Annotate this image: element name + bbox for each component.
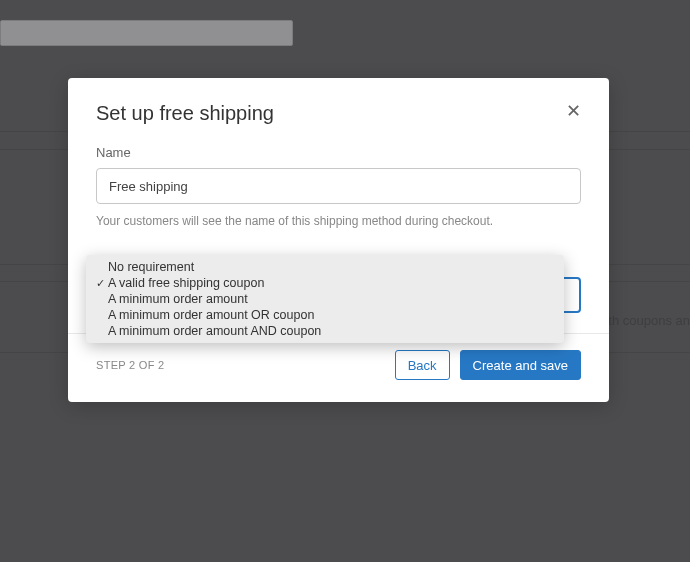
dropdown-option-label: No requirement: [108, 260, 194, 274]
modal-footer: STEP 2 OF 2 Back Create and save: [68, 333, 609, 402]
dropdown-option-label: A valid free shipping coupon: [108, 276, 264, 290]
dropdown-option-label: A minimum order amount AND coupon: [108, 324, 321, 338]
dropdown-option[interactable]: ✓A valid free shipping coupon: [86, 275, 564, 291]
free-shipping-modal: Set up free shipping ✕ Name Your custome…: [68, 78, 609, 402]
dropdown-option[interactable]: No requirement: [86, 259, 564, 275]
dropdown-option[interactable]: A minimum order amount OR coupon: [86, 307, 564, 323]
back-button[interactable]: Back: [395, 350, 450, 380]
modal-title: Set up free shipping: [96, 102, 274, 125]
check-icon: ✓: [92, 277, 108, 290]
dropdown-option-label: A minimum order amount: [108, 292, 248, 306]
dropdown-option-label: A minimum order amount OR coupon: [108, 308, 314, 322]
create-and-save-button[interactable]: Create and save: [460, 350, 581, 380]
footer-buttons: Back Create and save: [395, 350, 581, 380]
dropdown-option[interactable]: A minimum order amount AND coupon: [86, 323, 564, 339]
requires-dropdown: No requirement✓A valid free shipping cou…: [86, 255, 564, 343]
name-input[interactable]: [96, 168, 581, 204]
modal-header: Set up free shipping ✕: [68, 78, 609, 125]
name-label: Name: [96, 145, 581, 160]
close-icon[interactable]: ✕: [566, 102, 581, 120]
name-help-text: Your customers will see the name of this…: [96, 214, 581, 228]
dropdown-option[interactable]: A minimum order amount: [86, 291, 564, 307]
step-indicator: STEP 2 OF 2: [96, 359, 165, 371]
